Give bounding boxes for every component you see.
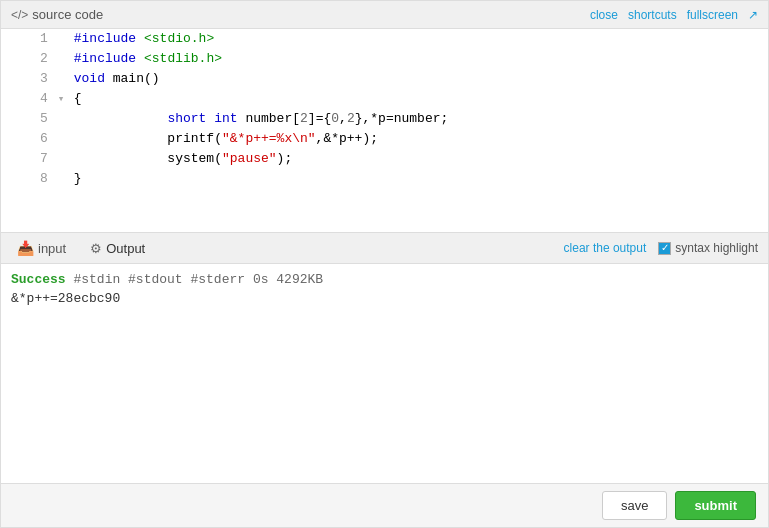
output-tab-label: Output [106,241,145,256]
toolbar-right: clear the output syntax highlight [564,241,758,255]
line-number: 5 [1,109,56,129]
clear-output-button[interactable]: clear the output [564,241,647,255]
settings-icon: ⚙ [90,241,102,256]
line-content: { [70,89,768,109]
line-number: 4 [1,89,56,109]
input-icon: 📥 [17,240,34,256]
main-container: </> source code close shortcuts fullscre… [0,0,769,528]
submit-button[interactable]: submit [675,491,756,520]
line-number: 6 [1,129,56,149]
syntax-highlight-checkbox[interactable] [658,242,671,255]
line-content: #include <stdlib.h> [70,49,768,69]
line-fold [56,49,70,69]
source-header: </> source code close shortcuts fullscre… [1,1,768,29]
syntax-highlight-text: syntax highlight [675,241,758,255]
success-label: Success [11,272,66,287]
line-number: 1 [1,29,56,49]
output-panel: Success #stdin #stdout #stderr 0s 4292KB… [1,264,768,483]
expand-icon[interactable]: ↗ [748,8,758,22]
code-lines: 1 #include <stdio.h> 2 #include <stdlib.… [1,29,768,189]
output-result: &*p++=28ecbc90 [11,291,758,306]
table-row: 5 short int number[2]={0,2},*p=number; [1,109,768,129]
line-number: 3 [1,69,56,89]
table-row: 2 #include <stdlib.h> [1,49,768,69]
line-fold [56,69,70,89]
table-row: 1 #include <stdio.h> [1,29,768,49]
line-number: 2 [1,49,56,69]
line-fold: ▾ [56,89,70,109]
line-content: } [70,169,768,189]
line-fold [56,149,70,169]
table-row: 8 } [1,169,768,189]
line-content: void main() [70,69,768,89]
table-row: 3 void main() [1,69,768,89]
tab-output[interactable]: ⚙ Output [84,239,151,258]
table-row: 6 printf("&*p++=%x\n",&*p++); [1,129,768,149]
fullscreen-link[interactable]: fullscreen [687,8,738,22]
line-fold [56,129,70,149]
syntax-highlight-toggle[interactable]: syntax highlight [658,241,758,255]
line-fold [56,109,70,129]
toolbar-left: 📥 input ⚙ Output [11,238,151,258]
panel-toolbar: 📥 input ⚙ Output clear the output syntax… [1,232,768,264]
save-button[interactable]: save [602,491,667,520]
output-tags: #stdin #stdout #stderr 0s 4292KB [73,272,323,287]
bottom-bar: save submit [1,483,768,527]
code-icon: </> [11,8,28,22]
shortcuts-link[interactable]: shortcuts [628,8,677,22]
input-tab-label: input [38,241,66,256]
table-row: 4 ▾ { [1,89,768,109]
line-fold [56,169,70,189]
header-actions: close shortcuts fullscreen ↗ [590,8,758,22]
line-content: printf("&*p++=%x\n",&*p++); [70,129,768,149]
line-content: short int number[2]={0,2},*p=number; [70,109,768,129]
line-fold [56,29,70,49]
line-content: #include <stdio.h> [70,29,768,49]
tab-input[interactable]: 📥 input [11,238,72,258]
source-title: </> source code [11,7,103,22]
table-row: 7 system("pause"); [1,149,768,169]
line-number: 7 [1,149,56,169]
source-title-text: source code [32,7,103,22]
code-editor[interactable]: 1 #include <stdio.h> 2 #include <stdlib.… [1,29,768,232]
line-number: 8 [1,169,56,189]
line-content: system("pause"); [70,149,768,169]
output-status: Success #stdin #stdout #stderr 0s 4292KB [11,272,758,287]
close-link[interactable]: close [590,8,618,22]
